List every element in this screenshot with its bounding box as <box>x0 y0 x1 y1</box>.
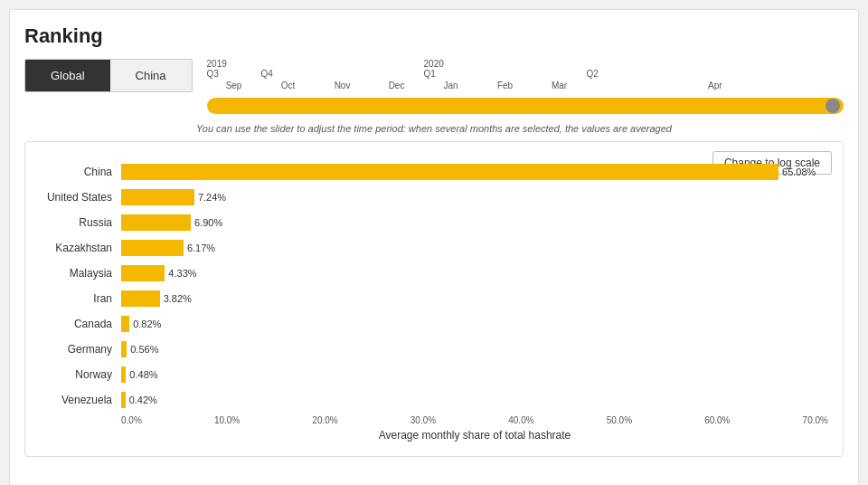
bar-track: 0.42% <box>121 392 828 408</box>
bar-label: Venezuela <box>40 394 121 406</box>
bar-value: 7.24% <box>198 192 226 203</box>
x-tick: 60.0% <box>704 415 730 425</box>
bar-track: 0.48% <box>121 366 828 383</box>
bar-track: 6.17% <box>121 240 828 256</box>
top-section: Global China 2019 Q3 Q4 2020 Q1 <box>24 59 844 118</box>
bar-track: 6.90% <box>121 214 828 231</box>
bar-fill <box>121 189 194 205</box>
month-mar: Mar <box>533 81 587 90</box>
month-dec: Dec <box>370 81 424 90</box>
bar-row: Norway0.48% <box>40 365 828 385</box>
month-oct: Oct <box>261 81 316 90</box>
bar-label: Iran <box>40 292 121 305</box>
bar-label: Russia <box>40 216 121 229</box>
bar-label: Kazakhstan <box>40 242 121 254</box>
bar-value: 0.82% <box>133 319 161 329</box>
month-jan: Jan <box>424 81 478 90</box>
year-2019: 2019 <box>207 59 227 69</box>
bar-label: Germany <box>40 343 121 356</box>
q2-label: Q2 <box>587 69 599 79</box>
bar-chart: China65.08%United States7.24%Russia6.90%… <box>40 162 828 410</box>
bar-track: 3.82% <box>121 290 828 307</box>
bar-label: Norway <box>40 368 121 381</box>
month-feb: Feb <box>478 81 533 90</box>
x-tick: 50.0% <box>607 415 632 425</box>
bar-track: 0.82% <box>121 316 828 332</box>
timeline-track[interactable] <box>207 98 844 114</box>
bar-track: 4.33% <box>121 265 828 281</box>
q1-label: Q1 <box>424 69 436 79</box>
timeline-hint: You can use the slider to adjust the tim… <box>24 123 844 134</box>
x-axis-area: 0.0%10.0%20.0%30.0%40.0%50.0%60.0%70.0% … <box>121 415 828 442</box>
bar-fill <box>121 240 184 256</box>
bar-row: Malaysia4.33% <box>40 263 828 283</box>
x-tick: 10.0% <box>214 415 240 425</box>
bar-fill <box>121 164 778 180</box>
bar-label: Malaysia <box>40 267 121 280</box>
month-nov: Nov <box>316 81 370 90</box>
month-apr: Apr <box>587 81 844 90</box>
bar-value: 0.42% <box>129 395 157 405</box>
bar-value: 3.82% <box>164 293 192 304</box>
q3-label: Q3 <box>207 69 219 79</box>
tab-global[interactable]: Global <box>25 60 110 91</box>
bar-fill <box>121 366 126 383</box>
page-title: Ranking <box>24 24 844 48</box>
tab-group: Global China <box>24 59 193 92</box>
bar-row: Iran3.82% <box>40 289 828 309</box>
timeline-area: 2019 Q3 Q4 2020 Q1 Q2 Sep Oct <box>207 59 844 118</box>
x-tick: 40.0% <box>508 415 533 425</box>
bar-row: China65.08% <box>40 162 828 182</box>
year-2020: 2020 <box>424 59 444 69</box>
bar-value: 6.90% <box>194 217 222 228</box>
bar-track: 7.24% <box>121 189 828 205</box>
bar-fill <box>121 290 160 307</box>
bar-value: 6.17% <box>187 242 215 253</box>
bar-label: United States <box>40 191 121 204</box>
tab-china[interactable]: China <box>110 60 192 91</box>
bar-value: 65.08% <box>782 166 816 177</box>
bar-value: 0.56% <box>130 344 158 355</box>
bar-value: 0.48% <box>129 369 157 380</box>
bar-row: Kazakhstan6.17% <box>40 238 828 258</box>
q4-label: Q4 <box>261 69 273 79</box>
bar-label: China <box>40 166 121 178</box>
bar-fill <box>121 265 165 281</box>
bar-fill <box>121 392 126 408</box>
bar-track: 65.08% <box>121 164 828 180</box>
bar-row: Venezuela0.42% <box>40 390 828 410</box>
bar-fill <box>121 214 191 231</box>
main-container: Ranking Global China 2019 Q3 Q4 2020 Q1 <box>9 9 859 485</box>
bar-label: Canada <box>40 318 121 330</box>
month-sep: Sep <box>207 81 261 90</box>
bar-fill <box>121 316 129 332</box>
timeline-header: 2019 Q3 Q4 2020 Q1 Q2 <box>207 59 844 79</box>
timeline-thumb[interactable] <box>826 99 840 113</box>
bar-row: United States7.24% <box>40 187 828 207</box>
x-tick: 0.0% <box>121 415 142 425</box>
chart-container: Change to log scale China65.08%United St… <box>24 141 844 457</box>
bar-row: Russia6.90% <box>40 213 828 233</box>
x-axis-ticks: 0.0%10.0%20.0%30.0%40.0%50.0%60.0%70.0% <box>121 415 828 425</box>
bar-row: Germany0.56% <box>40 339 828 359</box>
bar-fill <box>121 341 127 357</box>
x-axis-label: Average monthly share of total hashrate <box>121 429 828 442</box>
bar-value: 4.33% <box>168 268 196 279</box>
bar-track: 0.56% <box>121 341 828 357</box>
x-tick: 70.0% <box>803 415 828 425</box>
x-tick: 30.0% <box>410 415 436 425</box>
x-tick: 20.0% <box>312 415 337 425</box>
bar-row: Canada0.82% <box>40 314 828 334</box>
